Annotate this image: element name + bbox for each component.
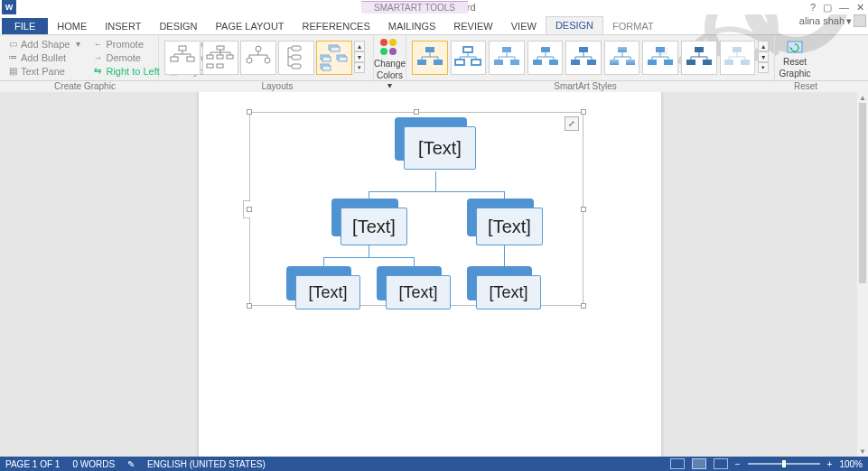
- smartart-node-3[interactable]: [Text]: [467, 199, 543, 244]
- tab-design-document[interactable]: DESIGN: [150, 18, 206, 34]
- group-reset: Reset Graphic: [775, 35, 815, 80]
- scroll-down-button[interactable]: ▼: [857, 446, 868, 457]
- style-option-8[interactable]: [681, 41, 717, 75]
- word-count[interactable]: 0 WORDS: [72, 459, 115, 469]
- scroll-up-button[interactable]: ▲: [857, 92, 868, 103]
- styles-down-button[interactable]: ▼: [758, 51, 769, 62]
- tab-smartart-format[interactable]: FORMAT: [603, 18, 663, 34]
- layout-option-3[interactable]: [240, 41, 276, 75]
- styles-gallery-spinner: ▲ ▼ ▾: [758, 41, 769, 73]
- svg-rect-15: [292, 55, 301, 60]
- style-option-2[interactable]: [451, 41, 487, 75]
- web-layout-button[interactable]: [714, 458, 728, 469]
- layout-option-1[interactable]: [164, 41, 201, 75]
- svg-rect-51: [724, 60, 733, 65]
- smartart-node-1[interactable]: [Text]: [395, 117, 476, 167]
- tab-review[interactable]: REVIEW: [444, 18, 501, 34]
- gallery-up-button[interactable]: ▲: [354, 41, 365, 51]
- style-option-1-selected[interactable]: [412, 41, 448, 75]
- group-change-colors: Change Colors ▾: [374, 35, 406, 80]
- smartart-node-2[interactable]: [Text]: [331, 199, 407, 244]
- connector: [435, 171, 436, 191]
- account-name: alina shah: [799, 15, 845, 26]
- style-option-6[interactable]: [604, 41, 640, 75]
- style-option-3[interactable]: [489, 41, 525, 75]
- smartart-frame[interactable]: ‹ ⤢ [Text]: [249, 112, 583, 306]
- page-indicator[interactable]: PAGE 1 OF 1: [5, 459, 60, 469]
- demote-icon: →: [92, 52, 103, 63]
- smartart-node-4[interactable]: [Text]: [286, 266, 360, 308]
- tab-mailings[interactable]: MAILINGS: [379, 18, 445, 34]
- ribbon: ▭Add Shape▾ ≔Add Bullet ▤Text Pane ←Prom…: [0, 34, 868, 81]
- style-option-4[interactable]: [527, 41, 564, 75]
- print-layout-button[interactable]: [692, 458, 706, 469]
- close-button[interactable]: ✕: [856, 2, 864, 14]
- demote-button[interactable]: →Demote: [90, 51, 161, 64]
- zoom-level[interactable]: 100%: [839, 459, 863, 469]
- smartart-node-5[interactable]: [Text]: [377, 266, 451, 308]
- tab-file[interactable]: FILE: [2, 18, 48, 34]
- gallery-more-button[interactable]: ▾: [354, 62, 365, 73]
- tab-home[interactable]: HOME: [48, 18, 96, 34]
- resize-handle-nw[interactable]: [247, 109, 252, 115]
- styles-more-button[interactable]: ▾: [758, 62, 769, 73]
- promote-button[interactable]: ←Promote: [90, 37, 161, 51]
- layout-option-4[interactable]: [278, 41, 314, 75]
- style-option-7[interactable]: [642, 41, 678, 75]
- tab-view[interactable]: VIEW: [502, 18, 546, 34]
- scroll-thumb[interactable]: [859, 103, 866, 283]
- language-indicator[interactable]: ENGLISH (UNITED STATES): [147, 459, 266, 469]
- connector: [323, 257, 415, 258]
- svg-rect-40: [618, 47, 627, 52]
- ribbon-display-options[interactable]: ▢: [823, 2, 832, 14]
- resize-handle-w[interactable]: [247, 207, 252, 212]
- resize-handle-n[interactable]: [414, 109, 419, 115]
- change-colors-button[interactable]: Change Colors ▾: [376, 37, 404, 92]
- style-option-5[interactable]: [565, 41, 602, 75]
- help-button[interactable]: ?: [810, 2, 816, 13]
- tab-references[interactable]: REFERENCES: [294, 18, 379, 34]
- gallery-down-button[interactable]: ▼: [354, 51, 365, 62]
- resize-handle-ne[interactable]: [581, 109, 586, 115]
- proofing-button[interactable]: ✎: [127, 459, 135, 469]
- layout-option-2[interactable]: [202, 41, 238, 75]
- svg-rect-49: [703, 60, 712, 65]
- reset-graphic-button[interactable]: Reset Graphic: [780, 37, 809, 80]
- svg-rect-35: [533, 60, 542, 65]
- svg-rect-10: [217, 64, 223, 68]
- zoom-out-button[interactable]: −: [735, 459, 741, 469]
- smartart-expand-button[interactable]: ⤢: [565, 116, 579, 131]
- add-bullet-button[interactable]: ≔Add Bullet: [5, 51, 85, 64]
- svg-rect-44: [648, 60, 657, 65]
- text-pane-button[interactable]: ▤Text Pane: [5, 64, 85, 78]
- resize-handle-se[interactable]: [581, 303, 586, 309]
- add-shape-button[interactable]: ▭Add Shape▾: [5, 37, 85, 51]
- tab-insert[interactable]: INSERT: [96, 18, 150, 34]
- read-mode-button[interactable]: [670, 458, 685, 469]
- resize-handle-sw[interactable]: [247, 303, 252, 309]
- zoom-slider-thumb[interactable]: [782, 460, 786, 467]
- node-text: [Text]: [398, 283, 437, 302]
- vertical-scrollbar[interactable]: ▲ ▼: [857, 92, 868, 457]
- styles-up-button[interactable]: ▲: [758, 41, 769, 51]
- tab-page-layout[interactable]: PAGE LAYOUT: [207, 18, 294, 34]
- style-option-9[interactable]: [720, 41, 756, 75]
- svg-rect-47: [695, 47, 704, 52]
- svg-rect-5: [217, 46, 224, 50]
- layout-option-5-selected[interactable]: [316, 41, 352, 75]
- svg-rect-34: [541, 47, 550, 52]
- group-layouts: ▲ ▼ ▾: [159, 35, 374, 80]
- smartart-node-6[interactable]: [Text]: [467, 266, 541, 308]
- resize-handle-e[interactable]: [581, 207, 586, 212]
- zoom-in-button[interactable]: +: [827, 459, 833, 469]
- tab-smartart-design[interactable]: DESIGN: [546, 16, 603, 34]
- right-to-left-button[interactable]: ⇆Right to Left: [90, 64, 161, 78]
- minimize-button[interactable]: —: [839, 2, 849, 13]
- account-menu[interactable]: alina shah ▾: [799, 14, 866, 27]
- layouts-gallery-spinner: ▲ ▼ ▾: [354, 41, 365, 73]
- page[interactable]: ‹ ⤢ [Text]: [199, 92, 661, 457]
- group-smartart-styles: ▲ ▼ ▾: [406, 35, 775, 80]
- svg-rect-37: [579, 47, 588, 52]
- zoom-slider[interactable]: [748, 463, 820, 465]
- node-text: [Text]: [352, 217, 396, 237]
